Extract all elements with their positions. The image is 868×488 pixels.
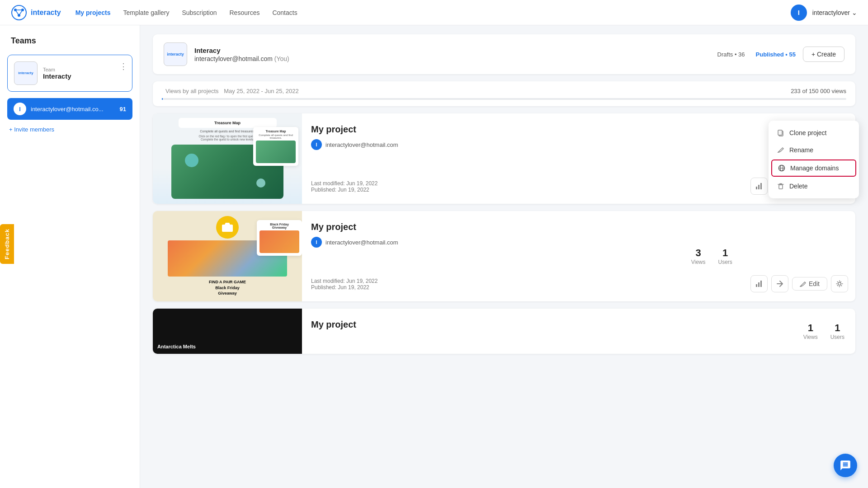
logo[interactable]: interacty — [11, 5, 61, 21]
views-stat-2: 3 Views — [691, 247, 706, 265]
team-options-button[interactable]: ⋮ — [119, 61, 127, 71]
project-meta-1: Last modified: Jun 19, 2022 Published: J… — [311, 180, 734, 193]
views-bar — [162, 98, 846, 100]
project-meta-2: Last modified: Jun 19, 2022 Published: J… — [311, 278, 671, 291]
project-thumbnail-2: FIND A PAIR GAMEBlack FridayGiveaway Bla… — [153, 211, 302, 301]
svg-rect-18 — [222, 225, 233, 232]
analytics-icon-2 — [755, 280, 763, 287]
team-name: Interacty — [43, 72, 126, 80]
project-author-avatar-1: I — [311, 139, 322, 150]
project-thumbnail-1: Treasure Map Complete all quests and fin… — [153, 113, 302, 204]
svg-rect-20 — [758, 282, 760, 287]
chat-icon — [840, 460, 851, 471]
svg-line-5 — [19, 10, 23, 15]
settings-button-2[interactable] — [831, 275, 848, 292]
project-card-2: FIND A PAIR GAMEBlack FridayGiveaway Bla… — [153, 211, 855, 301]
navbar-right: I interactylover ⌄ — [791, 5, 857, 21]
project-actions-2: Edit — [743, 211, 855, 301]
main-content: interacty Interacy interactylover@hotmai… — [140, 25, 868, 488]
team-label: Team — [43, 67, 126, 72]
analytics-button-1[interactable] — [750, 178, 768, 195]
views-stat-3: 1 Views — [803, 322, 818, 340]
project-author-avatar-2: I — [311, 237, 322, 248]
invite-members-button[interactable]: + Invite members — [7, 126, 132, 133]
nav-template-gallery[interactable]: Template gallery — [123, 9, 170, 16]
workspace-email: interactylover@hotmail.com (You) — [194, 55, 710, 62]
navbar: interacty My projects Template gallery S… — [0, 0, 868, 25]
svg-point-0 — [12, 5, 26, 20]
project-info-3: My project — [302, 309, 793, 354]
views-bar-fill — [162, 98, 163, 100]
svg-rect-19 — [756, 284, 757, 287]
context-menu-clone[interactable]: Clone project — [769, 124, 859, 141]
project-stats-3: 1 Views 1 Users — [793, 309, 855, 354]
main-layout: Teams interacty Team Interacty ⋮ I inter… — [0, 25, 868, 488]
views-row: Views by all projects May 25, 2022 - Jun… — [153, 81, 855, 106]
project-stats-2: 3 Views 1 Users — [680, 211, 743, 301]
project-author-2: I interactylover@hotmail.com — [311, 237, 671, 248]
project-card-3: Antarctica Melts My project 1 Views 1 Us… — [153, 309, 855, 354]
nav-resources[interactable]: Resources — [230, 9, 260, 16]
analytics-icon — [755, 183, 763, 190]
project-title-2: My project — [311, 222, 671, 232]
views-count: 233 of 150 000 views — [791, 88, 846, 94]
workspace-stats: Drafts • 36 Published • 55 — [717, 51, 796, 58]
drafts-stat: Drafts • 36 — [717, 51, 745, 58]
analytics-button-2[interactable] — [750, 275, 768, 292]
share-button-2[interactable] — [771, 275, 788, 292]
svg-rect-8 — [758, 185, 760, 189]
context-menu-rename[interactable]: Rename — [769, 141, 859, 159]
team-info: Team Interacty — [43, 67, 126, 80]
team-logo: interacty — [14, 61, 38, 85]
views-label: Views by all projects May 25, 2022 - Jun… — [162, 88, 299, 94]
feedback-tab[interactable]: Feedback — [0, 224, 14, 264]
project-title-1: My project — [311, 124, 734, 135]
edit-icon-2 — [800, 281, 806, 287]
sidebar-title: Teams — [7, 36, 132, 46]
project-thumbnail-3: Antarctica Melts — [153, 309, 302, 354]
logo-icon — [11, 5, 27, 21]
project-title-3: My project — [311, 319, 783, 330]
edit-button-2[interactable]: Edit — [792, 277, 827, 291]
nav-subscription[interactable]: Subscription — [182, 9, 217, 16]
svg-point-22 — [838, 282, 841, 285]
svg-rect-17 — [779, 185, 783, 189]
project-card-1: Treasure Map Complete all quests and fin… — [153, 113, 855, 204]
chat-bubble[interactable] — [834, 454, 857, 477]
svg-rect-7 — [756, 187, 757, 189]
svg-line-4 — [15, 10, 19, 15]
member-row[interactable]: I interactylover@hotmail.co... 91 — [7, 98, 132, 120]
context-menu-delete[interactable]: Delete — [769, 178, 859, 195]
context-menu: Clone project Rename Manage domains — [769, 121, 859, 198]
nav-my-projects[interactable]: My projects — [75, 9, 111, 16]
team-card: interacty Team Interacty ⋮ — [7, 55, 132, 92]
member-avatar: I — [14, 103, 26, 115]
context-menu-manage-domains[interactable]: Manage domains — [771, 160, 856, 177]
nav-contacts[interactable]: Contacts — [272, 9, 297, 16]
project-author-1: I interactylover@hotmail.com — [311, 139, 734, 150]
project-info-2: My project I interactylover@hotmail.com … — [302, 211, 680, 301]
project-info-1: My project I interactylover@hotmail.com … — [302, 113, 743, 204]
clone-icon — [777, 129, 785, 137]
workspace-header: interacty Interacy interactylover@hotmai… — [153, 34, 855, 74]
create-button[interactable]: + Create — [803, 47, 844, 62]
user-avatar: I — [791, 5, 807, 21]
share-icon-2 — [776, 280, 783, 287]
workspace-info: Interacy interactylover@hotmail.com (You… — [194, 47, 710, 62]
svg-rect-21 — [760, 281, 762, 287]
views-header: Views by all projects May 25, 2022 - Jun… — [162, 88, 846, 94]
rename-icon — [777, 146, 785, 154]
users-stat-3: 1 Users — [830, 322, 844, 340]
logo-text: interacty — [31, 9, 61, 17]
published-stat[interactable]: Published • 55 — [756, 51, 796, 58]
member-name: interactylover@hotmail.co... — [31, 106, 115, 113]
workspace-name: Interacy — [194, 47, 710, 54]
trash-icon — [777, 182, 785, 190]
settings-icon-2 — [836, 280, 843, 287]
sidebar: Teams interacty Team Interacty ⋮ I inter… — [0, 25, 140, 488]
svg-rect-9 — [760, 183, 762, 189]
member-count: 91 — [120, 106, 126, 113]
workspace-logo: interacty — [164, 42, 187, 66]
globe-icon — [778, 164, 786, 172]
user-name[interactable]: interactylover ⌄ — [812, 9, 857, 16]
